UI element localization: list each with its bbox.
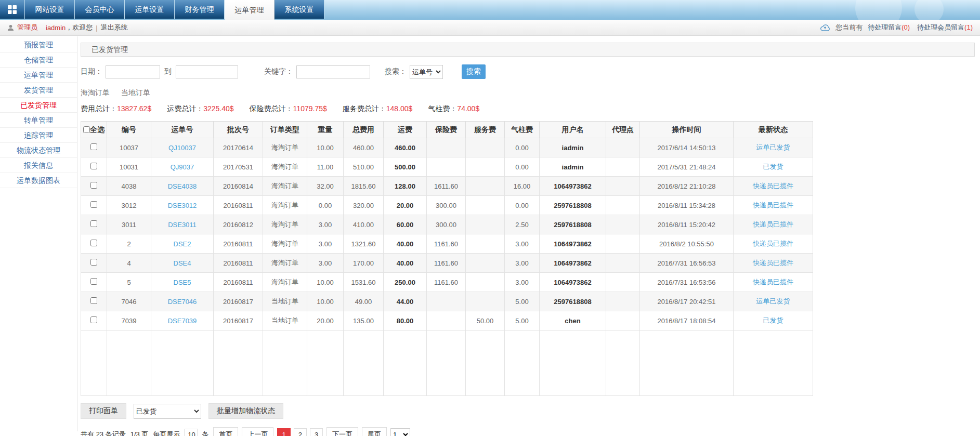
sidebar-item[interactable]: 仓储管理	[0, 52, 77, 68]
nav-tab[interactable]: 财务管理	[175, 0, 225, 19]
total-label: 运费总计：	[167, 104, 203, 113]
table-header-row: 全选 编号运单号批次号订单类型重量总费用运费保险费服务费气柱费用户名代理点操作时…	[81, 122, 813, 138]
row-checkbox[interactable]	[90, 201, 97, 208]
row-checkbox[interactable]	[90, 182, 97, 189]
waybill-link[interactable]: DSE7039	[168, 317, 197, 325]
status-link[interactable]: 运单已发货	[756, 143, 790, 151]
select-all-checkbox[interactable]	[83, 126, 90, 133]
sidebar-item[interactable]: 发货管理	[0, 83, 77, 98]
column-header: 编号	[107, 122, 151, 138]
record-summary: 共有 23 条记录	[81, 430, 126, 436]
nav-tab[interactable]: 运单管理	[225, 0, 275, 20]
waybill-link[interactable]: QJ10037	[168, 144, 196, 152]
row-checkbox[interactable]	[90, 278, 97, 285]
empty-cell	[107, 331, 151, 396]
order-type-tab[interactable]: 海淘订单	[81, 88, 110, 98]
nav-tab[interactable]: 运单设置	[125, 0, 175, 19]
welcome-text: ，欢迎您	[66, 23, 93, 32]
sidebar-item[interactable]: 追踪管理	[0, 128, 77, 143]
last-page-button[interactable]: 尾页	[362, 427, 387, 436]
search-type-select[interactable]: 运单号	[410, 65, 443, 79]
waybill-link[interactable]: DSE4038	[168, 182, 197, 190]
status-link[interactable]: 快递员已揽件	[753, 182, 793, 190]
cell-insurance: 1161.60	[427, 254, 466, 273]
status-select[interactable]: 已发货	[134, 404, 201, 419]
status-link[interactable]: 快递员已揽件	[753, 240, 793, 247]
row-checkbox[interactable]	[90, 297, 97, 304]
status-link[interactable]: 快递员已揽件	[753, 201, 793, 209]
waybill-link[interactable]: DSE4	[174, 259, 191, 267]
user-bar-right: 您当前有 待处理留言(0)待处理会员留言(1)	[820, 23, 973, 32]
waybill-link[interactable]: DSE7046	[168, 298, 197, 306]
logout-link[interactable]: 退出系统	[101, 23, 128, 32]
cell-id: 10037	[107, 138, 151, 157]
waybill-link[interactable]: DSE3012	[168, 202, 197, 209]
order-type-tab[interactable]: 当地订单	[121, 88, 150, 98]
cell-freight: 40.00	[384, 234, 427, 254]
waybill-link[interactable]: DSE2	[174, 240, 191, 248]
row-checkbox[interactable]	[90, 240, 97, 246]
date-from-input[interactable]	[106, 65, 160, 78]
column-header: 订单类型	[263, 122, 307, 138]
per-page-input[interactable]	[185, 429, 198, 436]
row-checkbox[interactable]	[90, 163, 97, 169]
status-link[interactable]: 已发货	[763, 163, 783, 170]
table-empty-row	[81, 331, 813, 396]
notices: 待处理留言(0)待处理会员留言(1)	[868, 23, 973, 32]
search-button[interactable]: 搜索	[462, 64, 486, 79]
status-link[interactable]: 快递员已揽件	[753, 220, 793, 228]
print-label-button[interactable]: 打印面单	[81, 403, 126, 419]
status-link[interactable]: 快递员已揽件	[753, 259, 793, 267]
cell-op_time: 2016/8/11 15:34:28	[640, 196, 734, 215]
cell-gas_fee: 0.00	[505, 138, 540, 157]
cell-waybill: DSE2	[151, 234, 214, 254]
first-page-button[interactable]: 首页	[213, 427, 238, 436]
nav-tab[interactable]: 系统设置	[275, 0, 324, 19]
waybill-link[interactable]: QJ9037	[171, 163, 194, 171]
waybill-link[interactable]: DSE3011	[168, 221, 197, 229]
page-number-button[interactable]: 1	[277, 428, 290, 436]
cloud-icon	[820, 23, 830, 32]
sidebar-item[interactable]: 运单管理	[0, 68, 77, 83]
sidebar-item[interactable]: 预报管理	[0, 37, 77, 52]
nav-tab[interactable]: 会员中心	[75, 0, 125, 19]
date-to-input[interactable]	[176, 65, 238, 78]
status-link[interactable]: 运单已发货	[756, 297, 790, 305]
column-header: 批次号	[214, 122, 263, 138]
batch-logistics-button[interactable]: 批量增加物流状态	[208, 403, 283, 419]
next-page-button[interactable]: 下一页	[326, 427, 358, 436]
cell-insurance: 1161.60	[427, 273, 466, 292]
cell-status: 快递员已揽件	[734, 196, 813, 215]
cell-status: 运单已发货	[734, 292, 813, 311]
cell-waybill: DSE4	[151, 254, 214, 273]
notice-label: 待处理会员留言	[917, 23, 964, 31]
notice-link[interactable]: 待处理留言(0)	[868, 23, 910, 32]
sidebar-item[interactable]: 运单数据图表	[0, 173, 77, 188]
cell-status: 快递员已揽件	[734, 273, 813, 292]
sidebar-item[interactable]: 报关信息	[0, 158, 77, 173]
status-link[interactable]: 已发货	[763, 316, 783, 324]
row-checkbox[interactable]	[90, 143, 97, 150]
page-number-button[interactable]: 2	[294, 428, 307, 436]
cell-service_fee	[466, 196, 505, 215]
sidebar-item[interactable]: 已发货管理	[0, 98, 77, 113]
cell-waybill: DSE7039	[151, 311, 214, 331]
row-checkbox[interactable]	[90, 220, 97, 227]
waybill-link[interactable]: DSE5	[174, 279, 191, 286]
sidebar-item[interactable]: 物流状态管理	[0, 143, 77, 158]
table-row: 7046DSE704620160817当地订单10.0049.0044.005.…	[81, 292, 813, 311]
page-jump-select[interactable]: 1	[390, 428, 410, 436]
prev-page-button[interactable]: 上一页	[242, 427, 273, 436]
sidebar-item[interactable]: 转单管理	[0, 113, 77, 128]
row-checkbox[interactable]	[90, 316, 97, 323]
row-checkbox[interactable]	[90, 259, 97, 266]
home-grid-button[interactable]	[0, 0, 25, 19]
cell-total_fee: 49.00	[344, 292, 384, 311]
cell-freight: 250.00	[384, 273, 427, 292]
nav-tab[interactable]: 网站设置	[25, 0, 75, 19]
notice-link[interactable]: 待处理会员留言(1)	[917, 23, 973, 32]
cell-order_type: 海淘订单	[263, 138, 307, 157]
keyword-input[interactable]	[296, 65, 370, 78]
status-link[interactable]: 快递员已揽件	[753, 278, 793, 286]
page-number-button[interactable]: 3	[310, 428, 323, 436]
